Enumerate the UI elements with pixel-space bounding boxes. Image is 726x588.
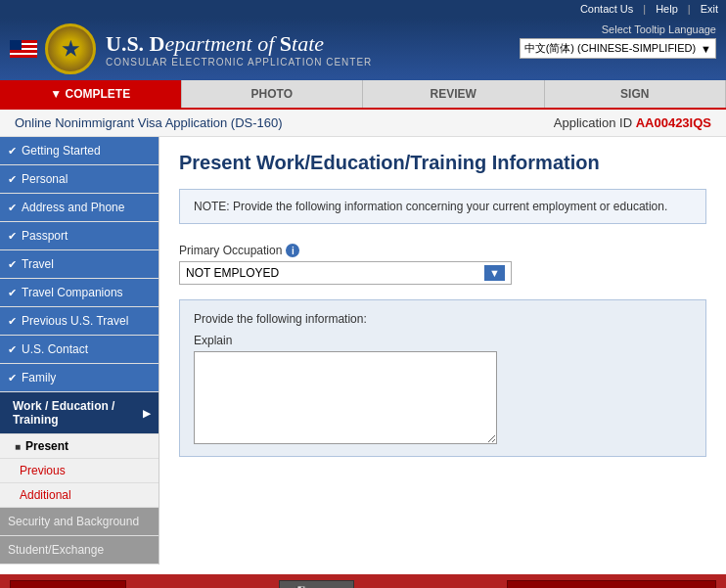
check-icon: ✔ <box>8 202 17 214</box>
sidebar-label-getting-started: Getting Started <box>22 144 101 158</box>
separator-2: | <box>688 3 691 15</box>
lang-selector-area: Select Tooltip Language 中文(简体) (CHINESE-… <box>520 23 716 59</box>
note-box: NOTE: Provide the following information … <box>179 189 706 224</box>
check-icon: ✔ <box>8 372 17 384</box>
sidebar-label-previous-us-travel: Previous U.S. Travel <box>22 314 128 328</box>
check-icon: ✔ <box>8 258 17 271</box>
nav-tabs: ▼ COMPLETE PHOTO REVIEW SIGN <box>0 80 726 110</box>
page-title: Present Work/Education/Training Informat… <box>179 152 706 174</box>
sidebar-item-family[interactable]: ✔ Family <box>0 364 159 392</box>
sidebar-sub-menu: ■ Present Previous Additional <box>0 434 159 508</box>
breadcrumb-bar: Online Nonimmigrant Visa Application (DS… <box>0 110 726 137</box>
save-button[interactable]: 💾 Save <box>279 580 354 588</box>
site-header: ★ U.S. Department of State CONSULAR ELEC… <box>0 18 726 80</box>
primary-occupation-value: NOT EMPLOYED <box>186 266 279 280</box>
language-select[interactable]: 中文(简体) (CHINESE-SIMPLIFIED) ▼ <box>520 38 716 59</box>
sidebar-label-passport: Passport <box>22 229 68 243</box>
sidebar-label-travel-companions: Travel Companions <box>22 286 123 299</box>
next-button[interactable]: Next: Work/Education: Previous ► <box>507 580 716 588</box>
top-bar: Contact Us | Help | Exit <box>0 0 726 18</box>
lang-label: Select Tooltip Language <box>520 23 716 35</box>
check-icon: ✔ <box>8 173 17 186</box>
sidebar-item-travel[interactable]: ✔ Travel <box>0 250 159 279</box>
app-id-value: AA00423IQS <box>636 115 711 130</box>
tab-sign-label: SIGN <box>620 87 649 101</box>
check-icon: ✔ <box>8 343 17 356</box>
tab-photo[interactable]: PHOTO <box>182 80 364 108</box>
sidebar-label-personal: Personal <box>22 172 68 186</box>
sidebar: ✔ Getting Started ✔ Personal ✔ Address a… <box>0 137 159 565</box>
exit-link[interactable]: Exit <box>701 3 718 15</box>
sidebar-sub-previous-label: Previous <box>20 464 66 477</box>
tab-complete-arrow: ▼ <box>50 87 65 101</box>
sidebar-label-travel: Travel <box>22 257 54 271</box>
sidebar-item-us-contact[interactable]: ✔ U.S. Contact <box>0 336 159 364</box>
provide-info-label: Provide the following information: <box>194 312 692 326</box>
primary-occupation-section: Primary Occupation i NOT EMPLOYED ▼ <box>179 244 706 285</box>
sidebar-item-travel-companions[interactable]: ✔ Travel Companions <box>0 279 159 307</box>
dept-seal: ★ <box>45 23 96 74</box>
note-text: NOTE: Provide the following information … <box>194 200 667 213</box>
header-title: U.S. Department of State CONSULAR ELECTR… <box>106 31 372 68</box>
check-icon: ✔ <box>8 315 17 328</box>
sidebar-sub-additional[interactable]: Additional <box>0 483 159 508</box>
tab-review[interactable]: REVIEW <box>363 80 545 108</box>
explain-textarea[interactable] <box>194 351 497 444</box>
chevron-right-icon: ▶ <box>143 408 151 419</box>
info-icon[interactable]: i <box>286 244 299 257</box>
sidebar-item-passport[interactable]: ✔ Passport <box>0 222 159 250</box>
dept-name: U.S. Department of State <box>106 31 372 57</box>
check-icon: ✔ <box>8 145 17 158</box>
dept-subtitle: CONSULAR ELECTRONIC APPLICATION CENTER <box>106 57 372 68</box>
sidebar-label-us-contact: U.S. Contact <box>22 342 88 356</box>
primary-occupation-label: Primary Occupation i <box>179 244 706 257</box>
lang-dropdown-arrow[interactable]: ▼ <box>701 43 711 55</box>
main-content: Present Work/Education/Training Informat… <box>159 137 726 565</box>
sidebar-item-student-exchange: Student/Exchange <box>0 536 159 565</box>
sidebar-item-work-education[interactable]: Work / Education / Training ▶ <box>0 392 159 434</box>
tab-complete[interactable]: ▼ COMPLETE <box>0 80 182 108</box>
app-id-area: Application ID AA00423IQS <box>554 115 711 130</box>
sidebar-item-previous-us-travel[interactable]: ✔ Previous U.S. Travel <box>0 307 159 336</box>
sidebar-item-security-background: Security and Background <box>0 508 159 536</box>
primary-occupation-label-text: Primary Occupation <box>179 244 282 257</box>
back-button[interactable]: ◄ Back: Family <box>10 580 126 588</box>
sidebar-sub-present[interactable]: ■ Present <box>0 434 159 459</box>
tab-review-label: REVIEW <box>431 87 476 101</box>
sidebar-label-family: Family <box>22 371 56 384</box>
footer-nav: ◄ Back: Family 💾 Save Next: Work/Educati… <box>0 574 726 588</box>
explain-label: Explain <box>194 334 692 347</box>
separator-1: | <box>643 3 646 15</box>
provide-info-section: Provide the following information: Expla… <box>179 299 706 457</box>
sidebar-label-student-exchange: Student/Exchange <box>8 543 104 557</box>
sidebar-sub-additional-label: Additional <box>20 488 71 502</box>
lang-value: 中文(简体) (CHINESE-SIMPLIFIED) <box>524 41 696 56</box>
app-id-label: Application ID <box>554 115 632 130</box>
sidebar-label-address-phone: Address and Phone <box>22 201 124 214</box>
bullet-icon: ■ <box>15 441 21 452</box>
contact-us-link[interactable]: Contact Us <box>580 3 633 15</box>
sidebar-item-address-phone[interactable]: ✔ Address and Phone <box>0 194 159 222</box>
us-flag <box>10 40 37 58</box>
form-name: Online Nonimmigrant Visa Application (DS… <box>15 115 283 130</box>
tab-sign[interactable]: SIGN <box>545 80 727 108</box>
sidebar-label-security-background: Security and Background <box>8 515 139 528</box>
sidebar-label-work-education: Work / Education / Training <box>13 399 143 427</box>
check-icon: ✔ <box>8 287 17 299</box>
dropdown-arrow-icon[interactable]: ▼ <box>484 265 505 281</box>
sidebar-item-personal[interactable]: ✔ Personal <box>0 165 159 194</box>
sidebar-sub-previous[interactable]: Previous <box>0 459 159 483</box>
main-layout: ✔ Getting Started ✔ Personal ✔ Address a… <box>0 137 726 565</box>
tab-complete-label: COMPLETE <box>66 87 131 101</box>
sidebar-item-getting-started[interactable]: ✔ Getting Started <box>0 137 159 165</box>
sidebar-sub-present-label: Present <box>25 439 68 453</box>
help-link[interactable]: Help <box>656 3 678 15</box>
check-icon: ✔ <box>8 230 17 243</box>
primary-occupation-select[interactable]: NOT EMPLOYED ▼ <box>179 261 512 285</box>
tab-photo-label: PHOTO <box>251 87 293 101</box>
